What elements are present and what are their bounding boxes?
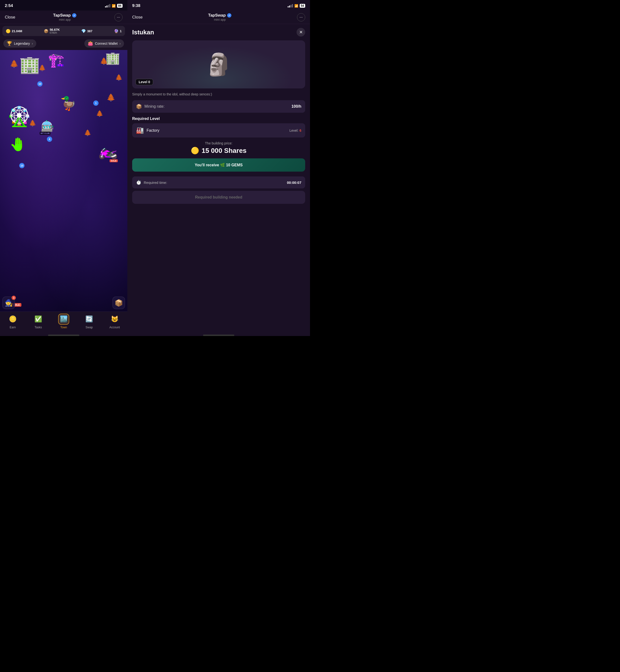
box-value: 56.67K: [50, 28, 60, 32]
nav-account[interactable]: 😺 Account: [107, 314, 122, 329]
badge-1: 1: [93, 100, 99, 106]
earn-icon: 🪙: [7, 314, 18, 325]
tree-1: 🌲: [10, 60, 18, 68]
home-indicator-left: [48, 334, 79, 336]
account-icon: 😺: [109, 314, 120, 325]
right-panel: 9:38 📶 54 Close TapSwap ✓ mini app ···: [127, 0, 310, 336]
app-title-left: TapSwap: [53, 13, 71, 18]
tree-5: 🌲: [106, 93, 115, 102]
verified-icon-left: ✓: [72, 13, 76, 17]
tree-2: 🌲: [39, 64, 46, 71]
app-subtitle-right: mini app: [208, 18, 231, 21]
verified-icon-right: ✓: [227, 13, 231, 17]
time-value: 00:00:07: [287, 180, 301, 185]
game-map[interactable]: 🏢 🏗️ 🏢 🌲 🌲 🌲 🌲 🎡 SALE 🦆 🎰 BIT CLUB 🤚 🏍️ …: [0, 50, 127, 311]
gem-stat: 💎 387: [81, 29, 93, 34]
legendary-label: Legendary: [14, 42, 30, 45]
price-value: 15 000 Shares: [202, 147, 247, 155]
swap-icon: 🔄: [84, 314, 95, 325]
box-icon: 📦: [44, 29, 49, 34]
nav-earn[interactable]: 🪙 Earn: [5, 314, 20, 329]
level-badge: Level 0: [136, 79, 153, 85]
time-label: Required time:: [144, 180, 167, 185]
account-label: Account: [109, 326, 120, 329]
status-bar-right: 9:38 📶 54: [127, 0, 310, 11]
required-level-title: Required Level: [132, 116, 305, 121]
building-top-left[interactable]: 🏢: [19, 55, 40, 74]
wifi-icon-left: 📶: [112, 4, 116, 8]
map-background: [0, 50, 127, 311]
receive-gems-button[interactable]: You'll receive 🌿 10 GEMS: [132, 158, 305, 171]
home-indicator-right: [203, 334, 234, 336]
cta-label: You'll receive 🌿 10 GEMS: [195, 163, 243, 167]
building-description: Simply a monument to the idol, without d…: [132, 92, 305, 97]
signal-icon-right: [288, 4, 293, 7]
tasks-label: Tasks: [35, 326, 42, 329]
moto-building[interactable]: 🏍️: [98, 141, 118, 160]
badge-4: 4: [47, 137, 52, 142]
bottom-nav: 🪙 Earn ✅ Tasks 🏙️ Town 🔄 Swap 😺 Account: [0, 311, 127, 333]
factory-name: Factory: [147, 128, 159, 133]
modal-header: Istukan ✕: [132, 28, 305, 37]
time-right: 9:38: [132, 3, 140, 8]
box-stat: 📦 56.67K 6780/h: [44, 28, 60, 34]
signal-icon-left: [105, 4, 110, 7]
gem-value: 387: [87, 29, 93, 33]
app-header-left: Close TapSwap ✓ mini app ···: [0, 11, 127, 24]
coin-value: 21.04M: [12, 29, 22, 33]
stats-bar: 🟡 21.04M 📦 56.67K 6780/h 💎 387 🔮 1: [2, 26, 125, 36]
connect-wallet-button[interactable]: 👛 Connect Wallet ›: [84, 39, 124, 48]
trophy-icon: 🏆: [7, 41, 12, 46]
tree-6: 🌲: [96, 110, 103, 117]
nav-town[interactable]: 🏙️ Town: [56, 314, 71, 329]
idol-figure: 🗿: [205, 52, 232, 77]
mining-label: Mining rate:: [144, 104, 165, 109]
hand-trophy[interactable]: 🤚: [10, 137, 26, 152]
badge-10b: 10: [19, 163, 24, 168]
bit-club[interactable]: 🎰: [41, 120, 54, 133]
tree-3: 🌲: [100, 57, 108, 65]
box-rate: 6780/h: [50, 32, 60, 34]
left-panel: 2:54 📶 84 Close TapSwap ✓ mini app ··· 🟡: [0, 0, 127, 336]
chevron-right-icon-2: ›: [119, 42, 121, 45]
factory-level: Level: 6: [289, 128, 301, 133]
time-left: 2:54: [5, 3, 13, 8]
character-icon-button[interactable]: 🧙 3: [2, 297, 15, 309]
coin-stat: 🟡 21.04M: [6, 29, 22, 34]
required-building-button: Required building needed: [132, 191, 305, 204]
menu-button-left[interactable]: ···: [114, 13, 122, 21]
tree-4: 🌲: [115, 74, 122, 81]
close-button-left[interactable]: Close: [5, 15, 15, 20]
chevron-right-icon: ›: [32, 42, 33, 45]
orb-value: 1: [120, 29, 121, 33]
menu-button-right[interactable]: ···: [297, 13, 305, 21]
modal-close-button[interactable]: ✕: [297, 28, 305, 37]
factory-level-value: 6: [299, 128, 301, 133]
building-image-card: 🗿 Level 0: [132, 40, 305, 89]
status-bar-left: 2:54 📶 84: [0, 0, 127, 11]
tree-7: 🌲: [29, 120, 36, 127]
badge-10a: 10: [37, 81, 43, 87]
legendary-button[interactable]: 🏆 Legendary ›: [3, 39, 36, 48]
ferris-wheel[interactable]: 🎡: [7, 105, 31, 128]
factory-icon: 🏭: [136, 127, 144, 134]
sale-badge-moto: SALE: [110, 159, 118, 162]
nav-tasks[interactable]: ✅ Tasks: [31, 314, 45, 329]
modal-title: Istukan: [132, 29, 154, 36]
duck-statue[interactable]: 🦆: [60, 96, 76, 111]
app-header-right: Close TapSwap ✓ mini app ···: [127, 11, 310, 24]
factory-level-label: Level:: [289, 128, 298, 133]
header-title-left: TapSwap ✓ mini app: [53, 13, 76, 21]
close-button-right[interactable]: Close: [132, 15, 143, 20]
orb-icon: 🔮: [114, 29, 119, 34]
chest-icon-button[interactable]: 📦: [112, 297, 125, 309]
nav-swap[interactable]: 🔄 Swap: [82, 314, 96, 329]
gem-icon: 💎: [81, 29, 86, 34]
building-top-center[interactable]: 🏗️: [48, 52, 65, 68]
status-icons-left: 📶 84: [105, 4, 122, 8]
price-coin-icon: 🟡: [191, 147, 199, 155]
price-label: The building price:: [132, 141, 305, 145]
battery-right: 54: [300, 4, 305, 8]
factory-requirement-row: 🏭 Factory Level: 6: [132, 123, 305, 138]
wallet-icon: 👛: [88, 41, 93, 46]
